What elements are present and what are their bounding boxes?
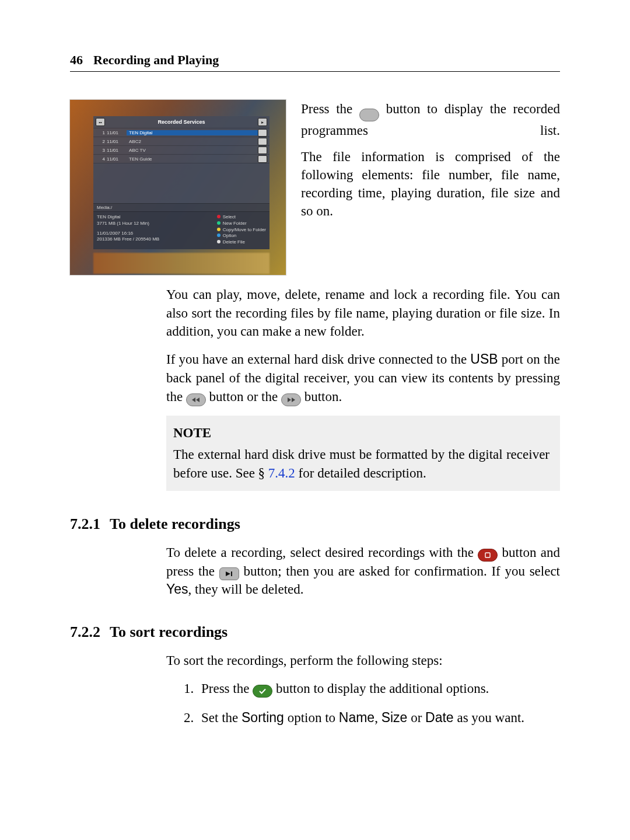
figure-and-intro: •• Recorded Services ▸ 1 11/01 TEN Digit… — [70, 100, 560, 275]
list-button-icon — [359, 109, 379, 121]
note-text: The external hard disk drive must be for… — [173, 445, 550, 482]
osd-table: 1 11/01 TEN Digital ⊡ 2 11/01 ABC2 ⊡ — [93, 128, 270, 203]
section-7-2-2-heading: 7.2.2 To sort recordings — [70, 623, 560, 641]
sec721-body: To delete a recording, select desired re… — [166, 543, 560, 599]
osd-left-chip-icon: •• — [96, 118, 105, 126]
body-p3: You can play, move, delete, rename and l… — [166, 285, 560, 341]
osd-free: 201336 MB Free / 205540 MB — [97, 236, 211, 243]
red-button-icon — [478, 549, 498, 562]
svg-marker-2 — [288, 398, 291, 402]
intro-p2: The file information is comprised of the… — [301, 148, 560, 220]
note-title: NOTE — [173, 424, 550, 442]
svg-rect-4 — [485, 553, 490, 557]
row-icon: ⊡ — [258, 155, 267, 163]
svg-marker-0 — [196, 398, 200, 402]
page: 46 Recording and Playing •• Recorded Ser… — [0, 0, 630, 840]
table-row: 4 11/01 TEN Guide ⊡ — [93, 154, 270, 163]
row-icon: ⊡ — [258, 147, 267, 154]
osd-screenshot: •• Recorded Services ▸ 1 11/01 TEN Digit… — [70, 100, 286, 275]
forward-button-icon — [281, 393, 301, 406]
body-block: You can play, move, delete, rename and l… — [166, 285, 560, 406]
osd-titlebar: •• Recorded Services ▸ — [93, 116, 270, 128]
list-item: Set the Sorting option to Name, Size or … — [184, 709, 560, 727]
note-box: NOTE The external hard disk drive must b… — [166, 416, 560, 491]
list-item: Press the button to display the addition… — [184, 679, 560, 698]
table-row: 1 11/01 TEN Digital ⊡ — [93, 128, 270, 137]
section-7-2-1-heading: 7.2.1 To delete recordings — [70, 515, 560, 533]
osd-size-duration: 3771 MB (1 Hour 12 Min) — [97, 221, 211, 227]
row-icon: ⊡ — [258, 138, 267, 145]
chapter-title: Recording and Playing — [93, 53, 219, 68]
sec721-p: To delete a recording, select desired re… — [166, 543, 560, 599]
svg-marker-1 — [192, 398, 195, 402]
osd-title: Recorded Services — [158, 119, 205, 125]
osd-footer: TEN Digital 3771 MB (1 Hour 12 Min) 11/0… — [93, 211, 270, 249]
steps-list: Press the button to display the addition… — [184, 679, 560, 727]
svg-marker-3 — [292, 398, 295, 402]
body-p4: If you have an external hard disk drive … — [166, 350, 560, 406]
page-header: 46 Recording and Playing — [70, 53, 560, 72]
sec722-body: To sort the recordings, perform the foll… — [166, 651, 560, 727]
row-icon: ⊡ — [258, 129, 267, 137]
svg-marker-5 — [226, 571, 230, 576]
next-track-button-icon — [219, 567, 239, 580]
osd-media-path: Media:/ — [93, 203, 270, 211]
page-number: 46 — [70, 53, 83, 68]
osd-channel: TEN Digital — [97, 214, 211, 221]
osd-datetime: 11/01/2007 16:16 — [97, 231, 211, 237]
screenshot: •• Recorded Services ▸ 1 11/01 TEN Digit… — [70, 100, 286, 275]
rewind-button-icon — [186, 393, 206, 406]
intro-p1: Press the button to display the recorded… — [301, 100, 560, 140]
table-row: 2 11/01 ABC2 ⊡ — [93, 137, 270, 145]
green-check-button-icon — [253, 685, 272, 698]
table-row: 3 11/01 ABC TV ⊡ — [93, 145, 270, 154]
sec722-intro: To sort the recordings, perform the foll… — [166, 651, 560, 670]
svg-rect-6 — [231, 571, 232, 576]
note-link[interactable]: 7.4.2 — [268, 466, 295, 480]
osd-right-chip-icon: ▸ — [258, 118, 267, 126]
